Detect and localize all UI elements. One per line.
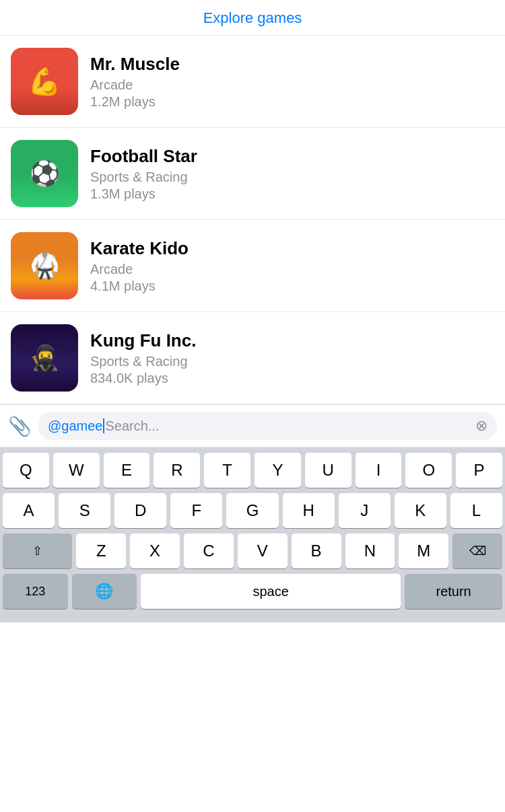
key-j[interactable]: J xyxy=(339,493,391,528)
explore-games-header: Explore games xyxy=(0,0,505,36)
game-plays: 1.3M plays xyxy=(90,186,494,202)
key-k[interactable]: K xyxy=(395,493,446,528)
key-d[interactable]: D xyxy=(114,493,166,528)
key-m[interactable]: M xyxy=(399,533,448,568)
game-thumbnail-mr-muscle xyxy=(11,48,78,115)
game-plays: 1.2M plays xyxy=(90,94,494,110)
game-category: Sports & Racing xyxy=(90,170,494,185)
key-x[interactable]: X xyxy=(130,533,180,568)
search-bar-container: 📎 @gamee Search... ⊗ xyxy=(0,404,505,447)
key-q[interactable]: Q xyxy=(3,453,49,488)
delete-key[interactable]: ⌫ xyxy=(452,533,502,568)
key-f[interactable]: F xyxy=(170,493,222,528)
globe-key[interactable]: 🌐 xyxy=(72,574,137,609)
return-key[interactable]: return xyxy=(405,574,502,609)
keyboard-row-3: ⇧ Z X C V B N M ⌫ xyxy=(3,533,502,568)
game-title: Mr. Muscle xyxy=(90,54,494,75)
game-plays: 834.0K plays xyxy=(90,371,494,386)
game-thumbnail-football-star xyxy=(11,140,78,207)
key-b[interactable]: B xyxy=(292,533,341,568)
key-a[interactable]: A xyxy=(3,493,55,528)
space-key[interactable]: space xyxy=(141,574,401,609)
keyboard-row-1: Q W E R T Y U I O P xyxy=(3,453,502,488)
key-n[interactable]: N xyxy=(345,533,395,568)
key-t[interactable]: T xyxy=(204,453,250,488)
key-o[interactable]: O xyxy=(405,453,452,488)
search-tag: @gamee xyxy=(48,418,102,434)
key-l[interactable]: L xyxy=(450,493,502,528)
keyboard-row-2: A S D F G H J K L xyxy=(3,493,502,528)
key-p[interactable]: P xyxy=(456,453,502,488)
game-info-karate-kido: Karate Kido Arcade 4.1M plays xyxy=(90,238,494,294)
numbers-key[interactable]: 123 xyxy=(3,574,68,609)
game-list: Mr. Muscle Arcade 1.2M plays Football St… xyxy=(0,36,505,404)
list-item[interactable]: Football Star Sports & Racing 1.3M plays xyxy=(0,128,505,220)
explore-games-link[interactable]: Explore games xyxy=(203,9,302,26)
key-i[interactable]: I xyxy=(356,453,402,488)
game-thumbnail-karate-kido xyxy=(11,232,78,299)
key-y[interactable]: Y xyxy=(255,453,301,488)
key-h[interactable]: H xyxy=(283,493,335,528)
game-title: Kung Fu Inc. xyxy=(90,330,494,351)
game-category: Arcade xyxy=(90,77,494,93)
game-thumbnail-kung-fu-inc xyxy=(11,324,78,392)
text-cursor xyxy=(103,418,104,433)
game-info-kung-fu-inc: Kung Fu Inc. Sports & Racing 834.0K play… xyxy=(90,330,494,386)
key-v[interactable]: V xyxy=(238,533,288,568)
list-item[interactable]: Kung Fu Inc. Sports & Racing 834.0K play… xyxy=(0,312,505,404)
game-info-mr-muscle: Mr. Muscle Arcade 1.2M plays xyxy=(90,54,494,110)
game-info-football-star: Football Star Sports & Racing 1.3M plays xyxy=(90,146,494,202)
clear-icon[interactable]: ⊗ xyxy=(475,417,487,435)
search-placeholder: Search... xyxy=(105,418,159,434)
key-s[interactable]: S xyxy=(59,493,110,528)
game-category: Arcade xyxy=(90,262,494,277)
list-item[interactable]: Karate Kido Arcade 4.1M plays xyxy=(0,220,505,312)
key-u[interactable]: U xyxy=(305,453,351,488)
game-plays: 4.1M plays xyxy=(90,279,494,294)
key-r[interactable]: R xyxy=(154,453,200,488)
key-g[interactable]: G xyxy=(226,493,278,528)
key-w[interactable]: W xyxy=(53,453,100,488)
key-e[interactable]: E xyxy=(104,453,150,488)
list-item[interactable]: Mr. Muscle Arcade 1.2M plays xyxy=(0,36,505,128)
attach-icon[interactable]: 📎 xyxy=(8,415,32,437)
game-category: Sports & Racing xyxy=(90,354,494,369)
game-title: Karate Kido xyxy=(90,238,494,259)
search-input-wrapper[interactable]: @gamee Search... ⊗ xyxy=(38,412,497,440)
key-c[interactable]: C xyxy=(184,533,234,568)
keyboard: Q W E R T Y U I O P A S D F G H J K L ⇧ … xyxy=(0,447,505,622)
game-title: Football Star xyxy=(90,146,494,167)
key-z[interactable]: Z xyxy=(76,533,126,568)
keyboard-row-4: 123 🌐 space return xyxy=(3,574,502,622)
shift-key[interactable]: ⇧ xyxy=(3,533,72,568)
